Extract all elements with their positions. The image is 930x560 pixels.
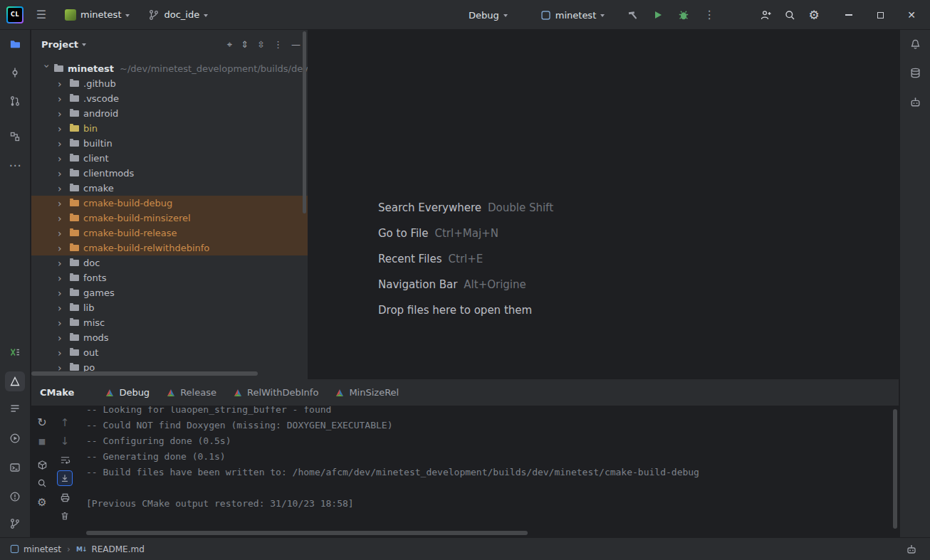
cmake-tool-button[interactable]	[5, 371, 25, 391]
console-settings-button[interactable]: ⚙	[34, 495, 50, 510]
pull-requests-tool-button[interactable]	[5, 91, 25, 111]
chevron-right-icon[interactable]: ›	[58, 94, 68, 104]
chevron-expanded-icon[interactable]: ›	[42, 64, 52, 75]
chevron-right-icon[interactable]: ›	[58, 258, 68, 268]
structure-tool-button[interactable]	[5, 127, 25, 147]
chevron-right-icon[interactable]: ›	[58, 288, 68, 298]
tree-item[interactable]: ›bin	[31, 121, 308, 136]
chevron-right-icon[interactable]: ›	[58, 228, 68, 238]
tab-relwithdebinfo[interactable]: RelWithDebInfo	[225, 379, 327, 406]
chevron-right-icon[interactable]: ›	[58, 154, 68, 164]
minimize-button[interactable]	[835, 0, 863, 30]
print-button[interactable]	[57, 490, 73, 505]
reload-cmake-button[interactable]: ↻	[34, 415, 50, 430]
more-options-icon[interactable]: ⋮	[273, 40, 283, 49]
debug-button[interactable]	[673, 4, 694, 26]
chevron-right-icon[interactable]: ›	[58, 318, 68, 328]
chevron-right-icon[interactable]: ›	[58, 199, 68, 208]
ai-assistant-status-button[interactable]	[902, 539, 921, 559]
chevron-right-icon[interactable]: ›	[58, 348, 68, 358]
tree-item[interactable]: ›android	[31, 106, 308, 121]
tree-item[interactable]: ›cmake-build-debug	[31, 196, 308, 211]
tree-item[interactable]: ›cmake	[31, 181, 308, 196]
hide-panel-icon[interactable]: —	[291, 40, 301, 49]
tree-item[interactable]: ›misc	[31, 315, 308, 330]
tree-item[interactable]: ›lib	[31, 300, 308, 315]
collapse-all-icon[interactable]: ⇳	[257, 40, 265, 49]
console-vertical-scrollbar[interactable]	[893, 409, 897, 529]
search-everywhere-button[interactable]	[779, 4, 800, 26]
close-button[interactable]: ✕	[897, 0, 926, 30]
tree-item-root[interactable]: › minetest ~/dev/minetest_development/bu…	[31, 61, 308, 76]
tab-debug[interactable]: Debug	[97, 379, 158, 406]
tree-item[interactable]: ›cmake-build-relwithdebinfo	[31, 241, 308, 255]
git-tool-button[interactable]	[5, 514, 25, 534]
find-in-output-button[interactable]	[34, 475, 50, 491]
tree-item[interactable]: ›cmake-build-minsizerel	[31, 211, 308, 226]
problems-tool-button[interactable]	[5, 487, 25, 507]
tree-item[interactable]: ›fonts	[31, 270, 308, 285]
scroll-to-end-button[interactable]	[57, 470, 73, 486]
tab-release[interactable]: Release	[158, 379, 225, 406]
run-button[interactable]	[647, 4, 669, 26]
chevron-right-icon[interactable]: ›	[58, 333, 68, 343]
database-tool-button[interactable]	[905, 63, 925, 83]
clion-logo[interactable]: CL	[6, 6, 23, 23]
spreadsheet-tool-button[interactable]	[5, 342, 25, 362]
project-vertical-scrollbar[interactable]	[303, 31, 306, 213]
clear-output-button[interactable]	[57, 508, 73, 524]
soft-wrap-button[interactable]	[57, 452, 73, 467]
expand-all-icon[interactable]: ⇕	[241, 40, 249, 49]
chevron-right-icon[interactable]: ›	[58, 169, 68, 179]
tree-item[interactable]: ›client	[31, 151, 308, 166]
chevron-right-icon[interactable]: ›	[58, 79, 68, 89]
todo-tool-button[interactable]	[5, 398, 25, 418]
settings-button[interactable]: ⚙	[803, 4, 825, 26]
main-menu-button[interactable]: ☰	[31, 4, 52, 26]
chevron-right-icon[interactable]: ›	[58, 303, 68, 313]
notifications-button[interactable]	[905, 34, 925, 54]
maximize-button[interactable]	[866, 0, 894, 30]
chevron-right-icon[interactable]: ›	[58, 124, 68, 134]
branch-selector[interactable]: doc_ide	[142, 4, 214, 26]
tree-item[interactable]: ›clientmods	[31, 166, 308, 181]
console-output[interactable]: -- Looking for luaopen_string_buffer - f…	[86, 406, 889, 512]
chevron-right-icon[interactable]: ›	[58, 184, 68, 194]
build-type-selector[interactable]: Debug	[463, 4, 513, 26]
cmake-settings-button[interactable]	[34, 457, 50, 472]
code-with-me-button[interactable]	[755, 4, 776, 26]
chevron-right-icon[interactable]: ›	[58, 213, 68, 223]
status-project-breadcrumb[interactable]: minetest	[10, 544, 61, 554]
project-horizontal-scrollbar[interactable]	[31, 371, 258, 376]
chevron-right-icon[interactable]: ›	[58, 273, 68, 283]
tree-item[interactable]: ›out	[31, 345, 308, 360]
project-tool-button[interactable]	[5, 34, 25, 54]
tree-item[interactable]: ›.vscode	[31, 91, 308, 106]
locate-icon[interactable]: ⌖	[227, 40, 232, 49]
tree-item[interactable]: ›cmake-build-release	[31, 226, 308, 241]
status-file-breadcrumb[interactable]: M↓ README.md	[76, 544, 145, 554]
cmake-panel-title[interactable]: CMake	[40, 387, 74, 398]
prev-message-button[interactable]: ↑	[57, 415, 73, 430]
next-message-button[interactable]: ↓	[57, 433, 73, 449]
run-tool-button[interactable]	[5, 428, 25, 448]
tree-item[interactable]: ›mods	[31, 330, 308, 345]
ai-assistant-button[interactable]	[905, 92, 925, 112]
console-horizontal-scrollbar[interactable]	[86, 531, 528, 535]
chevron-right-icon[interactable]: ›	[58, 243, 68, 253]
build-button[interactable]	[622, 4, 643, 26]
run-config-selector[interactable]: minetest	[535, 4, 610, 26]
more-tools-button[interactable]: ⋯	[5, 155, 25, 175]
tree-item[interactable]: ›doc	[31, 255, 308, 270]
chevron-right-icon[interactable]: ›	[58, 109, 68, 119]
chevron-right-icon[interactable]: ›	[58, 139, 68, 149]
tree-item[interactable]: ›.github	[31, 76, 308, 91]
panel-title[interactable]: Project	[41, 39, 78, 50]
more-actions-button[interactable]: ⋮	[699, 4, 720, 26]
tree-item[interactable]: ›games	[31, 285, 308, 300]
terminal-tool-button[interactable]	[5, 458, 25, 477]
tab-minsizerel[interactable]: MinSizeRel	[327, 379, 407, 406]
commit-tool-button[interactable]	[5, 63, 25, 83]
tree-item[interactable]: ›builtin	[31, 136, 308, 151]
stop-button[interactable]: ■	[34, 433, 50, 449]
